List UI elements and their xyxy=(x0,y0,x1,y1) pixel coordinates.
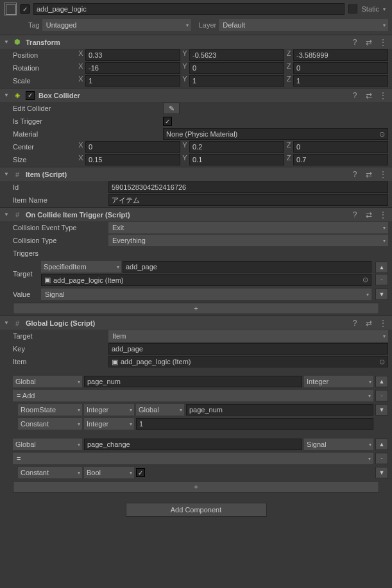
static-label: Static xyxy=(361,5,379,13)
menu-icon[interactable]: ⋮ xyxy=(378,90,388,101)
remove-button[interactable]: - xyxy=(375,274,388,285)
target-name-input[interactable] xyxy=(123,261,371,273)
scope-dropdown[interactable]: Global xyxy=(13,439,82,450)
scope2-dropdown[interactable]: Global xyxy=(136,404,184,416)
help-icon[interactable]: ? xyxy=(350,90,360,101)
material-label: Material xyxy=(13,130,160,138)
item-ref-icon: ▣ xyxy=(112,358,118,366)
size-label: Size xyxy=(13,156,75,164)
preset-icon[interactable]: ⇄ xyxy=(364,90,374,101)
move-down-button[interactable]: ▼ xyxy=(375,289,388,300)
boxcollider-icon: ◈ xyxy=(13,91,22,100)
material-field[interactable]: None (Physic Material) xyxy=(163,128,388,140)
tag-dropdown[interactable]: Untagged xyxy=(42,19,191,31)
remove-button[interactable]: - xyxy=(375,390,388,401)
target-type-dropdown[interactable]: SpecifiedItem xyxy=(41,261,121,273)
id-input[interactable] xyxy=(108,181,388,193)
position-z-input[interactable] xyxy=(293,49,388,61)
type-dropdown[interactable]: Integer xyxy=(84,418,134,430)
static-dropdown-icon[interactable]: ▾ xyxy=(383,6,388,12)
add-component-button[interactable]: Add Component xyxy=(126,503,267,517)
rotation-z-input[interactable] xyxy=(293,62,388,74)
help-icon[interactable]: ? xyxy=(350,37,360,47)
component-title: Global Logic (Script) xyxy=(26,319,346,327)
edit-collider-button[interactable]: ✎ xyxy=(163,103,180,114)
center-x-input[interactable] xyxy=(85,141,180,153)
key-input[interactable] xyxy=(108,343,388,355)
preset-icon[interactable]: ⇄ xyxy=(364,169,374,180)
foldout-icon[interactable]: ▼ xyxy=(4,320,9,326)
preset-icon[interactable]: ⇄ xyxy=(364,318,374,328)
position-y-input[interactable] xyxy=(189,49,284,61)
operator-dropdown[interactable]: = xyxy=(13,453,373,464)
x-label: X xyxy=(78,49,84,61)
type-dropdown[interactable]: Integer xyxy=(84,404,134,416)
rotation-x-input[interactable] xyxy=(85,62,180,74)
item-ref-field[interactable]: ▣add_page_logic (Item) xyxy=(108,356,388,367)
collision-type-dropdown[interactable]: Everything xyxy=(108,235,388,246)
add-trigger-button[interactable]: + xyxy=(13,303,379,314)
position-label: Position xyxy=(13,51,75,59)
menu-icon[interactable]: ⋮ xyxy=(378,318,388,328)
menu-icon[interactable]: ⋮ xyxy=(378,210,388,220)
center-y-input[interactable] xyxy=(189,141,284,153)
term-value-input[interactable] xyxy=(136,418,373,430)
move-up-button[interactable]: ▲ xyxy=(375,439,388,450)
static-checkbox[interactable] xyxy=(348,4,357,13)
item-name-input[interactable] xyxy=(108,194,388,206)
bool-checkbox[interactable] xyxy=(136,468,145,477)
size-z-input[interactable] xyxy=(293,154,388,165)
preset-icon[interactable]: ⇄ xyxy=(364,37,374,47)
component-enabled-checkbox[interactable] xyxy=(26,91,35,100)
value-dropdown[interactable]: Signal xyxy=(41,289,371,300)
scale-z-input[interactable] xyxy=(293,75,388,87)
triggers-label: Triggers xyxy=(13,249,160,257)
move-up-button[interactable]: ▲ xyxy=(375,376,388,387)
scale-y-input[interactable] xyxy=(189,75,284,87)
layer-dropdown[interactable]: Default xyxy=(219,19,388,31)
move-down-button[interactable]: ▼ xyxy=(375,404,388,416)
center-z-input[interactable] xyxy=(293,141,388,153)
collision-type-label: Collision Type xyxy=(13,237,106,244)
menu-icon[interactable]: ⋮ xyxy=(378,169,388,180)
foldout-icon[interactable]: ▼ xyxy=(4,92,9,98)
term-name-input[interactable] xyxy=(186,404,373,416)
enabled-checkbox[interactable] xyxy=(21,4,30,13)
help-icon[interactable]: ? xyxy=(350,318,360,328)
target-ref-field[interactable]: ▣add_page_logic (Item) xyxy=(41,274,371,286)
edit-collider-label: Edit Collider xyxy=(13,105,160,112)
target-label: Target xyxy=(13,332,106,340)
source-dropdown[interactable]: RoomState xyxy=(18,404,82,416)
move-up-button[interactable]: ▲ xyxy=(375,262,388,273)
var-name-input[interactable] xyxy=(84,376,302,387)
position-x-input[interactable] xyxy=(85,49,180,61)
collision-event-type-dropdown[interactable]: Exit xyxy=(108,222,388,233)
move-down-button[interactable]: ▼ xyxy=(375,467,388,478)
scale-x-input[interactable] xyxy=(85,75,180,87)
var-type-dropdown[interactable]: Integer xyxy=(304,376,373,387)
foldout-icon[interactable]: ▼ xyxy=(4,39,9,45)
source-dropdown[interactable]: Constant xyxy=(18,418,82,430)
help-icon[interactable]: ? xyxy=(350,169,360,180)
remove-button[interactable]: - xyxy=(375,453,388,464)
scope-dropdown[interactable]: Global xyxy=(13,376,82,387)
is-trigger-checkbox[interactable] xyxy=(163,117,172,126)
size-y-input[interactable] xyxy=(189,154,284,165)
add-operation-button[interactable]: + xyxy=(13,481,379,492)
tag-label: Tag xyxy=(28,21,40,29)
preset-icon[interactable]: ⇄ xyxy=(364,210,374,220)
key-label: Key xyxy=(13,345,106,353)
foldout-icon[interactable]: ▼ xyxy=(4,171,9,177)
source-dropdown[interactable]: Constant xyxy=(18,467,82,478)
menu-icon[interactable]: ⋮ xyxy=(378,37,388,47)
rotation-y-input[interactable] xyxy=(189,62,284,74)
foldout-icon[interactable]: ▼ xyxy=(4,212,9,217)
operator-dropdown[interactable]: = Add xyxy=(13,390,373,401)
size-x-input[interactable] xyxy=(85,154,180,165)
gameobject-name-input[interactable] xyxy=(33,3,345,15)
type-dropdown[interactable]: Bool xyxy=(84,467,134,478)
help-icon[interactable]: ? xyxy=(350,210,360,220)
var-name-input[interactable] xyxy=(84,439,302,450)
var-type-dropdown[interactable]: Signal xyxy=(304,439,373,450)
target-dropdown[interactable]: Item xyxy=(108,330,388,342)
